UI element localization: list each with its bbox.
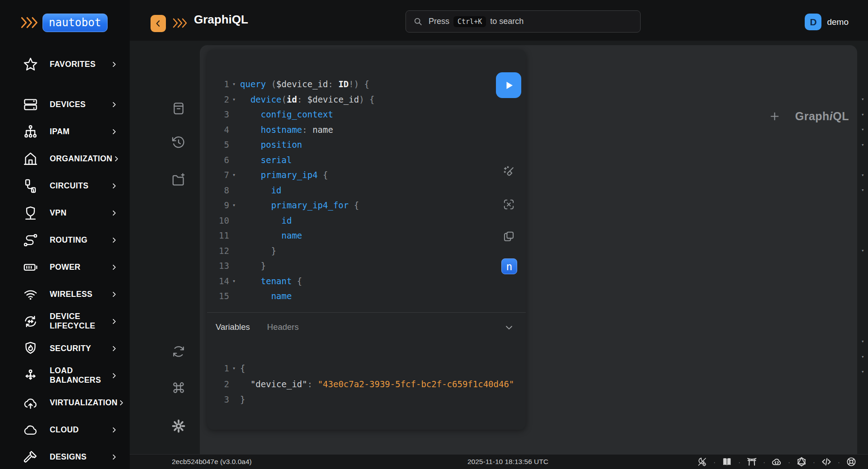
sidebar-item-favorites[interactable]: FAVORITES: [0, 51, 130, 78]
sidebar-item-designs[interactable]: DESIGNS: [0, 443, 130, 469]
query-line: 7▾ primary_ip4 {: [207, 168, 526, 183]
play-icon: [502, 79, 515, 92]
variables-section: VariablesHeaders 1▾{2 "device_id": "43e0…: [207, 312, 526, 430]
sidebar-collapse-button[interactable]: [151, 15, 166, 32]
response-line: ▾ "snmp": {: [863, 334, 868, 349]
variables-line: 3}: [207, 392, 526, 408]
nautobot-query-button[interactable]: n: [501, 258, 517, 274]
circuits-icon: [23, 178, 38, 194]
wireless-icon: [23, 286, 38, 302]
refetch-schema-button[interactable]: [171, 344, 186, 359]
sidebar-item-ipam[interactable]: IPAM: [0, 118, 130, 145]
variables-editor[interactable]: 1▾{2 "device_id": "43e0c7a2-3939-5fcf-bc…: [207, 361, 526, 408]
sidebar-item-circuits[interactable]: CIRCUITS: [0, 172, 130, 199]
virtualization-icon: [23, 395, 38, 411]
separator-dot: ·: [738, 459, 741, 465]
theme-toggle-icon[interactable]: [697, 456, 708, 467]
search-placeholder: Press Ctrl+K to search: [429, 16, 524, 27]
response-line: "ip": "10.1.1.1",: [863, 380, 868, 395]
cloud-api-icon[interactable]: [771, 456, 782, 467]
tab-headers[interactable]: Headers: [267, 322, 299, 332]
sidebar-item-organization[interactable]: ORGANIZATION: [0, 145, 130, 172]
sidebar-item-vpn[interactable]: VPN: [0, 199, 130, 226]
add-tab-button[interactable]: [769, 111, 780, 122]
sidebar-item-label: DEVICE LIFECYCLE: [50, 312, 110, 331]
response-line: ],: [863, 304, 868, 319]
sidebar-item-label: WIRELESS: [50, 290, 110, 299]
response-line: }: [863, 289, 868, 304]
cloud-icon: [23, 422, 38, 438]
server-timestamp: 2025-11-10 18:13:56 UTC: [467, 455, 548, 469]
history-button[interactable]: [171, 135, 186, 150]
sidebar-item-device-lifecycle[interactable]: DEVICE LIFECYCLE: [0, 308, 130, 335]
query-line: 3 config_context: [207, 107, 526, 122]
copy-query-button[interactable]: [502, 230, 516, 244]
nautobot-logo[interactable]: nautobot: [21, 14, 108, 32]
response-line: },: [863, 228, 868, 244]
sidebar-item-power[interactable]: POWER: [0, 253, 130, 281]
variables-line: 1▾{: [207, 361, 526, 376]
docs-button[interactable]: [171, 101, 186, 116]
user-name: demo: [827, 17, 849, 27]
prettify-button[interactable]: [502, 165, 516, 179]
chevron-right-icon: [110, 101, 118, 108]
code-link-icon[interactable]: [821, 456, 832, 467]
query-line: 2▾ device(id: $device_id) {: [207, 92, 526, 108]
star-icon: [23, 56, 38, 72]
sidebar-nav: FAVORITESDEVICESIPAMORGANIZATIONCIRCUITS…: [0, 51, 130, 469]
settings-button[interactable]: [171, 418, 186, 434]
sidebar-item-label: LOAD BALANCERS: [50, 366, 110, 385]
sidebar-item-security[interactable]: SECURITY: [0, 335, 130, 362]
keyboard-shortcuts-button[interactable]: [171, 380, 186, 395]
separator-dot: ·: [813, 459, 815, 465]
query-line: 10 id: [207, 213, 526, 229]
chevron-right-icon: [110, 209, 118, 217]
support-link-icon[interactable]: [846, 456, 857, 467]
sidebar-item-virtualization[interactable]: VIRTUALIZATION: [0, 389, 130, 416]
page-title: GraphiQL: [194, 13, 248, 27]
merge-fragments-button[interactable]: [502, 197, 516, 211]
sidebar-item-label: SECURITY: [50, 344, 110, 353]
response-line: "prefer": false: [863, 213, 868, 228]
sidebar-item-load-balancers[interactable]: LOAD BALANCERS: [0, 362, 130, 389]
ctrl-k-kbd: Ctrl+K: [453, 16, 486, 27]
query-line: 4 hostname: name: [207, 122, 526, 138]
sidebar-item-routing[interactable]: ROUTING: [0, 226, 130, 253]
execute-query-button[interactable]: [496, 72, 521, 98]
response-line: ▾ "host": [: [863, 349, 868, 365]
graphql-link-icon[interactable]: [796, 456, 807, 467]
new-collection-button[interactable]: [171, 172, 186, 188]
query-editor-panel: 1▾query ($device_id: ID!) {2▾ device(id:…: [207, 50, 526, 430]
avatar: D: [805, 14, 821, 30]
query-line: 15 name: [207, 289, 526, 304]
response-panel: GraphiQL ▾{▾ "data": {▾ "device": {▾ "co…: [526, 45, 857, 455]
query-line: 13 }: [207, 258, 526, 274]
sidebar-item-label: VIRTUALIZATION: [50, 398, 118, 408]
user-menu[interactable]: D demo: [805, 14, 849, 30]
global-search-input[interactable]: Press Ctrl+K to search: [406, 10, 641, 33]
torii-gate-icon[interactable]: [746, 456, 757, 467]
sidebar-item-label: CIRCUITS: [50, 181, 110, 191]
query-line: 12 }: [207, 244, 526, 259]
sidebar-item-label: IPAM: [50, 127, 110, 136]
sidebar-item-wireless[interactable]: WIRELESS: [0, 281, 130, 308]
tab-variables[interactable]: Variables: [216, 322, 250, 332]
query-line: 6 serial: [207, 153, 526, 168]
docs-link-icon[interactable]: [722, 456, 732, 467]
chevron-down-icon[interactable]: [504, 323, 514, 333]
chevron-left-icon: [154, 19, 163, 28]
sidebar-item-cloud[interactable]: CLOUD: [0, 416, 130, 443]
chevron-right-icon: [110, 236, 118, 244]
query-editor[interactable]: 1▾query ($device_id: ID!) {2▾ device(id:…: [207, 50, 526, 313]
chevron-right-icon: [110, 453, 118, 461]
vpn-icon: [23, 205, 38, 221]
designs-icon: [23, 449, 38, 465]
routing-icon: [23, 232, 38, 248]
sidebar-item-devices[interactable]: DEVICES: [0, 91, 130, 118]
chevron-right-icon: [110, 182, 118, 190]
query-line: 5 position: [207, 137, 526, 153]
chevron-right-icon: [110, 61, 118, 68]
query-line: 11 name: [207, 228, 526, 244]
response-line: "prefer": true: [863, 273, 868, 289]
search-icon: [413, 17, 423, 26]
